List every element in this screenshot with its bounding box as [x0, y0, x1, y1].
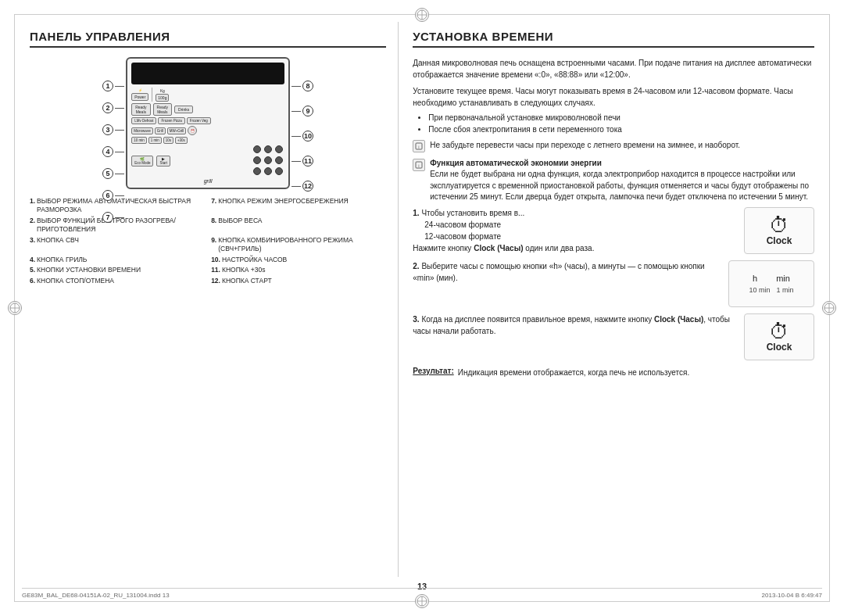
ten-min-label: 10 min — [749, 286, 770, 294]
result-text: Индикация времени отображается, когда пе… — [458, 367, 689, 378]
label-5: 5 — [102, 168, 113, 179]
result-row: Результат: Индикация времени отображаетс… — [413, 367, 814, 378]
intro-text: Данная микроволновая печь оснащена встро… — [413, 57, 814, 81]
inst-text-5: КНОПКИ УСТАНОВКИ ВРЕМЕНИ — [37, 266, 141, 274]
inst-text-12: КНОПКА СТАРТ — [222, 277, 272, 285]
inst-num-6: 6. — [30, 277, 35, 285]
note-1: i Не забудьте перевести часы при переход… — [413, 140, 814, 152]
clock-label-1: Clock — [767, 235, 792, 246]
clock-icon-1: ⏱ — [769, 215, 789, 235]
instruction-8: 8. ВЫБОР ВЕСА — [211, 217, 386, 235]
inst-num-9: 9. — [211, 236, 216, 254]
inst-num-1: 1. — [30, 197, 35, 215]
inst-text-9: КНОПКА КОМБИНИРОВАННОГО РЕЖИМА (СВЧ+ГРИЛ… — [218, 236, 386, 254]
svg-text:i: i — [419, 145, 420, 149]
top-registration-mark — [415, 8, 429, 22]
inst-text-4: КНОПКА ГРИЛЬ — [37, 256, 87, 264]
right-section-title: УСТАНОВКА ВРЕМЕНИ — [413, 30, 814, 48]
inst-num-7: 7. — [211, 197, 216, 215]
label-7: 7 — [102, 212, 113, 223]
microwave-diagram: 1 2 3 4 5 6 7 8 9 10 11 12 — [118, 57, 298, 189]
left-registration-mark — [8, 301, 22, 315]
inst-num-2: 2. — [30, 217, 35, 235]
inst-num-12: 12. — [211, 277, 220, 285]
bullets-list: При первоначальной установке микроволнов… — [428, 112, 814, 135]
right-panel: УСТАНОВКА ВРЕМЕНИ Данная микроволновая п… — [399, 22, 822, 577]
inst-text-10: НАСТРОЙКА ЧАСОВ — [222, 256, 287, 264]
instruction-4: 4. КНОПКА ГРИЛЬ — [30, 256, 205, 264]
step-1-sub2: 12-часовом формате — [413, 231, 738, 242]
hmin-box: h min 10 min 1 min — [728, 260, 814, 307]
left-labels: 1 2 3 4 5 6 7 — [102, 81, 124, 223]
one-min-label: 1 min — [777, 286, 794, 294]
footer-left: GE83M_BAL_DE68-04151A-02_RU_131004.indd … — [22, 592, 170, 599]
step-2-num: 2. — [413, 262, 419, 270]
microwave-display — [131, 63, 284, 84]
step-3-content: 3. Когда на дисплее появится правильное … — [413, 313, 738, 337]
step-3-text1: Когда на дисплее появится правильное вре… — [421, 315, 652, 324]
instruction-12: 12. КНОПКА СТАРТ — [211, 277, 386, 285]
step-2-content: 2. Выберите часы с помощью кнопки «h» (ч… — [413, 260, 722, 284]
inst-num-4: 4. — [30, 256, 35, 264]
instruction-11: 11. КНОПКА +30s — [211, 266, 386, 274]
step-1-bold: Clock (Часы) — [474, 244, 523, 252]
microwave-body: ⚡ Power Кg 100g ReadyMeals ReadyMeals Dr… — [126, 57, 290, 189]
step-1-num: 1. — [413, 209, 419, 217]
hmin-values: 10 min 1 min — [749, 286, 793, 294]
keypad — [253, 145, 284, 177]
result-label: Результат: — [413, 367, 453, 375]
step-3: 3. Когда на дисплее появится правильное … — [413, 313, 814, 360]
label-2: 2 — [102, 102, 113, 113]
label-4: 4 — [102, 146, 113, 157]
instruction-10: 10. НАСТРОЙКА ЧАСОВ — [211, 256, 386, 264]
label-9: 9 — [302, 106, 313, 116]
step-3-bold: Clock (Часы) — [654, 315, 703, 324]
inst-num-8: 8. — [211, 217, 216, 235]
grill-label: grill — [131, 178, 284, 184]
label-11: 11 — [302, 156, 313, 167]
intro-text2: Установите текущее время. Часы могут пок… — [413, 85, 814, 109]
label-3: 3 — [102, 124, 113, 135]
note-text-1: Не забудьте перевести часы при переходе … — [430, 140, 740, 151]
step-1-content: 1. Чтобы установить время в... 24-часово… — [413, 207, 738, 254]
clock-box-1: ⏱ Clock — [744, 207, 814, 254]
instruction-9: 9. КНОПКА КОМБИНИРОВАННОГО РЕЖИМА (СВЧ+Г… — [211, 236, 386, 254]
clock-icon-2: ⏱ — [769, 321, 789, 342]
inst-num-11: 11. — [211, 266, 220, 274]
step-2: 2. Выберите часы с помощью кнопки «h» (ч… — [413, 260, 814, 307]
instruction-5: 5. КНОПКИ УСТАНОВКИ ВРЕМЕНИ — [30, 266, 205, 274]
label-6: 6 — [102, 190, 113, 201]
instruction-6: 6. КНОПКА СТОП/ОТМЕНА — [30, 277, 205, 285]
inst-text-11: КНОПКА +30s — [222, 266, 265, 274]
auto-save-note: i Функция автоматической экономии энерги… — [413, 159, 814, 203]
h-label: h — [753, 274, 757, 283]
hmin-labels: h min — [753, 274, 790, 283]
min-label: min — [776, 274, 790, 283]
label-1: 1 — [102, 81, 113, 91]
inst-text-3: КНОПКА СВЧ — [37, 236, 79, 254]
left-panel: ПАНЕЛЬ УПРАВЛЕНИЯ 1 2 3 4 5 6 7 8 9 10 1… — [22, 22, 398, 577]
left-section-title: ПАНЕЛЬ УПРАВЛЕНИЯ — [30, 30, 386, 48]
step-2-text: Выберите часы с помощью кнопки «h» (часы… — [413, 262, 704, 282]
right-registration-mark — [822, 301, 836, 315]
inst-text-6: КНОПКА СТОП/ОТМЕНА — [37, 277, 114, 285]
footer-right: 2013-10-04 В 6:49:47 — [762, 592, 822, 599]
instruction-3: 3. КНОПКА СВЧ — [30, 236, 205, 254]
label-10: 10 — [302, 131, 313, 141]
inst-text-8: ВЫБОР ВЕСА — [218, 217, 262, 235]
step-1: 1. Чтобы установить время в... 24-часово… — [413, 207, 814, 254]
clock-label-2: Clock — [767, 342, 792, 353]
step-3-num: 3. — [413, 315, 419, 324]
label-8: 8 — [302, 81, 313, 91]
instruction-7: 7. КНОПКА РЕЖИМ ЭНЕРГОСБЕРЕЖЕНИЯ — [211, 197, 386, 215]
bullet-2: После сбоя электропитания в сети перемен… — [428, 124, 814, 135]
inst-num-3: 3. — [30, 236, 35, 254]
auto-save-title: Функция автоматической экономии энергии — [430, 159, 814, 167]
auto-save-text: Если не будет выбрана ни одна функция, к… — [430, 169, 814, 203]
step-1-text: Чтобы установить время в... — [421, 209, 524, 217]
note-icon-1: i — [413, 140, 425, 152]
inst-num-10: 10. — [211, 256, 220, 264]
bottom-registration-mark — [415, 594, 429, 608]
right-labels: 8 9 10 11 12 — [291, 81, 313, 192]
instructions-grid: 1. ВЫБОР РЕЖИМА АВТОМАТИЧЕСКАЯ БЫСТРАЯ Р… — [30, 197, 386, 285]
